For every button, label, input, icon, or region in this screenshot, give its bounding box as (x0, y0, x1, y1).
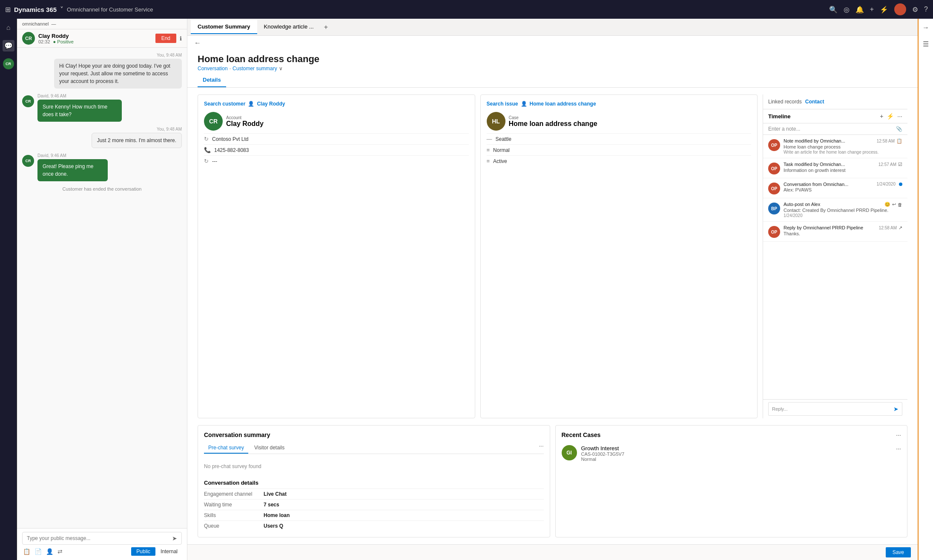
send-icon[interactable]: ➤ (172, 535, 177, 542)
emoji-icon[interactable]: 😊 (884, 202, 890, 207)
add-tab-icon[interactable]: + (321, 23, 331, 31)
linked-records-label[interactable]: Linked records (768, 99, 802, 105)
breadcrumb-chevron[interactable]: ∨ (279, 66, 283, 71)
sidebar-chat-icon[interactable]: 💬 (3, 40, 14, 51)
tab-knowledge-article[interactable]: Knowledge article ... (257, 20, 321, 34)
reply-placeholder[interactable]: Reply... (772, 406, 893, 411)
phone-number: 1425-882-8083 (214, 147, 249, 153)
timeline-content: Conversation from Omnichan... 1/24/2020 … (784, 182, 902, 194)
sidebar-home-icon[interactable]: ⌂ (5, 22, 12, 33)
timeline-item: OP Conversation from Omnichan... 1/24/20… (763, 178, 907, 198)
help-icon[interactable]: ? (924, 6, 928, 13)
reply-icon[interactable]: ↩ (892, 202, 896, 207)
timeline-item-time: 12:58 AM (877, 139, 895, 143)
timeline-more-icon[interactable]: ··· (897, 113, 902, 120)
save-bar: Save (187, 544, 918, 560)
sidebar-cr-badge[interactable]: CR (3, 58, 14, 69)
settings-icon[interactable]: ⚙ (912, 6, 918, 14)
app-grid-icon[interactable]: ⊞ (5, 6, 11, 14)
expand-icon[interactable]: → (921, 22, 931, 33)
app-name[interactable]: Dynamics 365 (14, 6, 57, 13)
breadcrumb-customer-summary[interactable]: Customer summary (233, 66, 277, 71)
recent-cases-card: Recent Cases ··· GI Growth Interest CAS-… (555, 425, 908, 537)
clipboard-icon[interactable]: 📋 (23, 548, 30, 555)
app-chevron-icon[interactable]: ˅ (60, 6, 63, 14)
customer-msg-wrapper: CR David, 9:46 AM Sure Kenny! How much t… (22, 94, 182, 122)
timeline-add-icon[interactable]: + (880, 113, 883, 120)
recent-case-title: Growth Interest (581, 445, 892, 451)
timeline-content: Note modified by Omnichan... 12:58 AM 📋 … (784, 138, 902, 154)
browse-icon[interactable]: ◎ (844, 6, 850, 14)
case-icon: 👤 (521, 101, 527, 107)
person-icon[interactable]: 👤 (46, 548, 53, 555)
location-value: Seattle (496, 136, 511, 142)
timeline-action-icon[interactable]: 📋 (896, 138, 902, 144)
reply-send-icon[interactable]: ➤ (893, 406, 899, 412)
top-navigation: ⊞ Dynamics 365 ˅ Omnichannel for Custome… (0, 0, 933, 19)
tab-customer-summary[interactable]: Customer Summary (191, 20, 257, 34)
timeline-avatar: OP (768, 183, 780, 194)
back-button[interactable]: ← (194, 39, 201, 47)
delete-icon[interactable]: 🗑 (898, 202, 902, 207)
reply-area: Reply... ➤ (763, 399, 907, 418)
location-icon: — (487, 136, 492, 142)
status-row: ≡ Active (487, 155, 752, 166)
internal-button[interactable]: Internal (157, 547, 181, 556)
task-check-icon[interactable]: ☑ (898, 162, 902, 167)
nav-right: 🔍 ◎ 🔔 + ⚡ ⚙ ? (829, 3, 928, 15)
no-survey-text: No pre-chat survey found (204, 458, 544, 474)
far-right-sidebar: → ☰ (918, 19, 933, 560)
status-icon: ≡ (487, 158, 490, 164)
user-avatar[interactable] (894, 3, 906, 15)
timeline-title-row: Reply by Omnichannel PRRD Pipeline 12:58… (784, 225, 902, 231)
msg-bubble: Great! Please ping me once done. (37, 159, 108, 181)
three-column-grid: Search customer 👤 Clay Roddy CR Account … (187, 88, 918, 425)
share-icon[interactable]: ↗ (899, 225, 902, 231)
conv-details-title: Conversation details (204, 480, 544, 486)
sentiment-label: ● Positive (53, 39, 74, 44)
chat-tools: 📋 📄 👤 ⇄ Public Internal (22, 545, 182, 557)
recent-cases-title: Recent Cases (562, 431, 601, 438)
list-icon[interactable]: ☰ (921, 38, 930, 50)
timeline-filter-icon[interactable]: ⚡ (887, 113, 894, 120)
bell-icon[interactable]: 🔔 (855, 6, 864, 14)
breadcrumb-conversation[interactable]: Conversation (198, 66, 228, 71)
note-placeholder[interactable]: Enter a note... (768, 126, 896, 132)
attach-icon[interactable]: 📎 (896, 126, 902, 132)
collapse-icon[interactable]: — (51, 21, 56, 26)
chat-info-icon[interactable]: ℹ (180, 35, 182, 42)
case-overflow-icon[interactable]: ··· (896, 445, 901, 452)
timeline-avatar: OP (768, 163, 780, 174)
add-nav-icon[interactable]: + (870, 6, 874, 13)
save-button[interactable]: Save (886, 547, 911, 557)
customer-info: CR Account Clay Roddy (204, 112, 469, 131)
chat-input[interactable] (27, 535, 169, 541)
contact-label[interactable]: Contact (805, 99, 824, 105)
tab-details[interactable]: Details (198, 73, 226, 87)
tab-pre-chat[interactable]: Pre-chat survey (204, 443, 248, 454)
doc-icon[interactable]: 📄 (34, 548, 42, 555)
conv-overflow-icon[interactable]: ··· (539, 443, 544, 454)
case-card: Search issue 👤 Home loan address change … (480, 94, 758, 418)
tab-visitor-details[interactable]: Visitor details (250, 443, 289, 454)
recent-cases-overflow[interactable]: ··· (896, 431, 901, 438)
message-row: You, 9:48 AM Hi Clay! Hope your are doin… (22, 53, 182, 89)
search-nav-icon[interactable]: 🔍 (829, 6, 838, 14)
module-name: Omnichannel for Customer Service (67, 6, 153, 13)
customer-avatar: CR (22, 155, 34, 167)
timeline-item-detail: 1/24/2020 (784, 213, 902, 218)
filter-nav-icon[interactable]: ⚡ (880, 6, 888, 14)
transfer-icon[interactable]: ⇄ (57, 548, 63, 555)
conv-detail-row: Skills Home loan (204, 510, 544, 520)
public-button[interactable]: Public (131, 547, 155, 556)
end-button[interactable]: End (155, 34, 176, 43)
case-link[interactable]: Home loan address change (530, 101, 596, 107)
case-info: HL Case Home loan address change (487, 112, 752, 131)
timeline-actions: + ⚡ ··· (880, 113, 902, 120)
customer-card: Search customer 👤 Clay Roddy CR Account … (198, 94, 475, 418)
tab-label: Customer Summary (198, 23, 250, 30)
skills-label: Skills (204, 512, 264, 518)
customer-link[interactable]: Clay Roddy (257, 101, 285, 107)
linked-records-header: Linked records Contact (763, 94, 907, 109)
customer-name-area: Account Clay Roddy (226, 115, 264, 128)
